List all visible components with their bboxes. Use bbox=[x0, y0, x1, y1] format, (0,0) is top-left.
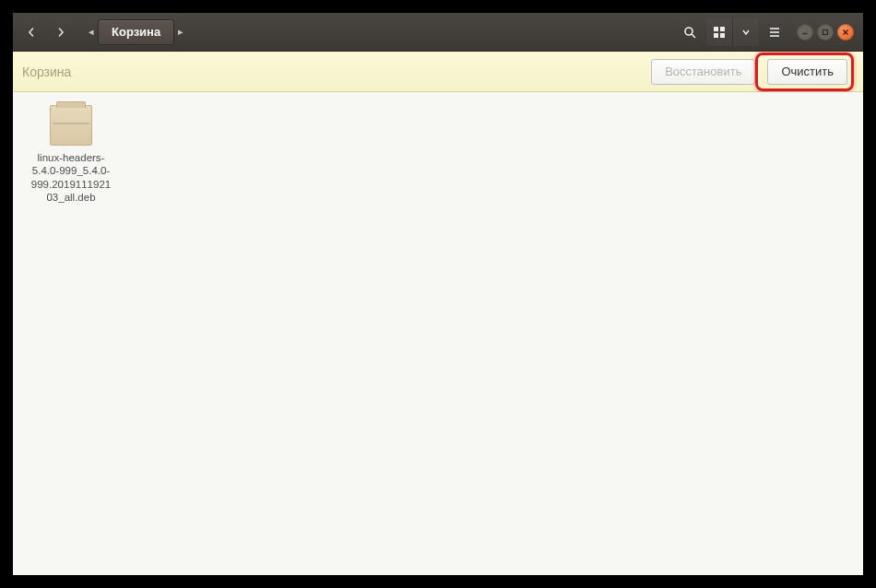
titlebar-spacer bbox=[187, 13, 673, 51]
search-button[interactable] bbox=[677, 18, 703, 46]
maximize-button[interactable] bbox=[817, 24, 834, 41]
trash-actionbar: Корзина Восстановить Очистить bbox=[13, 52, 863, 92]
restore-button[interactable]: Восстановить bbox=[651, 59, 755, 85]
triangle-right-icon: ▸ bbox=[174, 26, 187, 38]
empty-trash-button[interactable]: Очистить bbox=[767, 59, 847, 85]
hamburger-menu-button[interactable] bbox=[762, 18, 787, 46]
actionbar-title: Корзина bbox=[22, 65, 71, 79]
search-icon bbox=[683, 26, 696, 39]
forward-button[interactable] bbox=[47, 18, 75, 46]
svg-rect-5 bbox=[720, 33, 725, 38]
svg-rect-3 bbox=[720, 27, 725, 31]
file-label: linux-headers-5.4.0-999_5.4.0-999.201911… bbox=[30, 151, 112, 205]
minimize-button[interactable] bbox=[797, 24, 813, 41]
chevron-left-icon bbox=[27, 28, 36, 37]
titlebar-right bbox=[673, 13, 863, 51]
window-controls bbox=[797, 24, 854, 41]
svg-line-1 bbox=[692, 34, 695, 38]
hamburger-icon bbox=[768, 26, 781, 39]
maximize-icon bbox=[822, 29, 829, 36]
path-segment-trash[interactable]: Корзина bbox=[98, 19, 174, 45]
nav-group bbox=[13, 13, 79, 51]
highlight-ring: Очистить bbox=[755, 53, 854, 91]
minimize-icon bbox=[801, 29, 809, 36]
svg-rect-2 bbox=[714, 27, 718, 31]
breadcrumb: ◂ Корзина ▸ bbox=[85, 13, 187, 51]
view-mode-button[interactable] bbox=[706, 18, 732, 46]
triangle-left-icon: ◂ bbox=[85, 26, 98, 38]
file-manager-window: ◂ Корзина ▸ bbox=[13, 13, 863, 575]
svg-rect-10 bbox=[823, 29, 828, 34]
view-options-button[interactable] bbox=[732, 18, 758, 46]
close-button[interactable] bbox=[837, 24, 854, 41]
svg-rect-4 bbox=[714, 33, 718, 38]
back-button[interactable] bbox=[18, 18, 45, 46]
view-controls-group bbox=[706, 18, 758, 46]
titlebar: ◂ Корзина ▸ bbox=[13, 13, 863, 52]
chevron-right-icon bbox=[56, 28, 65, 37]
file-item[interactable]: linux-headers-5.4.0-999_5.4.0-999.201911… bbox=[30, 105, 112, 205]
close-icon bbox=[842, 29, 849, 36]
package-icon bbox=[50, 105, 92, 146]
file-grid[interactable]: linux-headers-5.4.0-999_5.4.0-999.201911… bbox=[13, 92, 863, 575]
grid-view-icon bbox=[713, 26, 726, 39]
chevron-down-icon bbox=[742, 29, 750, 36]
